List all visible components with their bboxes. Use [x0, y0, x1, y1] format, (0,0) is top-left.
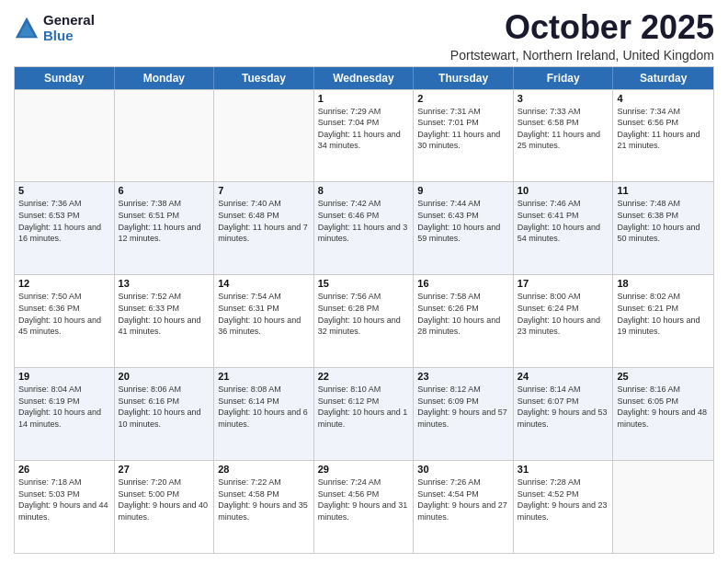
cell-info: Sunrise: 8:08 AM Sunset: 6:14 PM Dayligh…	[218, 384, 310, 430]
cell-info: Sunrise: 7:29 AM Sunset: 7:04 PM Dayligh…	[318, 106, 410, 152]
header-wednesday: Wednesday	[314, 67, 415, 89]
calendar-cell: 30Sunrise: 7:26 AM Sunset: 4:54 PM Dayli…	[414, 461, 514, 553]
cell-info: Sunrise: 7:44 AM Sunset: 6:43 PM Dayligh…	[417, 198, 509, 244]
calendar-cell: 6Sunrise: 7:38 AM Sunset: 6:51 PM Daylig…	[115, 182, 215, 274]
day-number: 2	[417, 93, 509, 104]
calendar-cell: 21Sunrise: 8:08 AM Sunset: 6:14 PM Dayli…	[214, 368, 314, 460]
location: Portstewart, Northern Ireland, United Ki…	[450, 48, 714, 63]
day-number: 9	[417, 185, 509, 196]
day-number: 3	[518, 93, 609, 104]
header-tuesday: Tuesday	[214, 67, 314, 89]
calendar-cell: 25Sunrise: 8:16 AM Sunset: 6:05 PM Dayli…	[613, 368, 713, 460]
calendar-cell: 23Sunrise: 8:12 AM Sunset: 6:09 PM Dayli…	[414, 368, 514, 460]
calendar-cell: 14Sunrise: 7:54 AM Sunset: 6:31 PM Dayli…	[214, 275, 314, 367]
calendar-cell	[214, 90, 314, 182]
calendar-cell	[613, 461, 713, 553]
calendar-cell: 13Sunrise: 7:52 AM Sunset: 6:33 PM Dayli…	[115, 275, 215, 367]
cell-info: Sunrise: 7:31 AM Sunset: 7:01 PM Dayligh…	[417, 106, 509, 152]
calendar-cell: 5Sunrise: 7:36 AM Sunset: 6:53 PM Daylig…	[15, 182, 115, 274]
cell-info: Sunrise: 7:48 AM Sunset: 6:38 PM Dayligh…	[617, 198, 710, 244]
day-number: 12	[18, 278, 110, 289]
calendar-cell	[15, 90, 115, 182]
calendar-cell: 4Sunrise: 7:34 AM Sunset: 6:56 PM Daylig…	[613, 90, 713, 182]
logo-general: General	[43, 13, 95, 29]
cell-info: Sunrise: 7:18 AM Sunset: 5:03 PM Dayligh…	[18, 477, 110, 523]
calendar-cell: 27Sunrise: 7:20 AM Sunset: 5:00 PM Dayli…	[115, 461, 215, 553]
day-number: 28	[218, 464, 310, 475]
cell-info: Sunrise: 7:20 AM Sunset: 5:00 PM Dayligh…	[119, 477, 210, 523]
logo-text: General Blue	[43, 13, 95, 43]
cell-info: Sunrise: 7:52 AM Sunset: 6:33 PM Dayligh…	[119, 291, 210, 337]
day-number: 13	[119, 278, 210, 289]
calendar-cell: 28Sunrise: 7:22 AM Sunset: 4:58 PM Dayli…	[214, 461, 314, 553]
cell-info: Sunrise: 8:06 AM Sunset: 6:16 PM Dayligh…	[119, 384, 210, 430]
calendar-cell: 12Sunrise: 7:50 AM Sunset: 6:36 PM Dayli…	[15, 275, 115, 367]
calendar-cell	[115, 90, 215, 182]
cell-info: Sunrise: 7:50 AM Sunset: 6:36 PM Dayligh…	[18, 291, 110, 337]
day-number: 25	[617, 371, 710, 382]
calendar-cell: 26Sunrise: 7:18 AM Sunset: 5:03 PM Dayli…	[15, 461, 115, 553]
day-number: 15	[318, 278, 410, 289]
calendar-row: 5Sunrise: 7:36 AM Sunset: 6:53 PM Daylig…	[15, 181, 713, 274]
cell-info: Sunrise: 8:16 AM Sunset: 6:05 PM Dayligh…	[617, 384, 710, 430]
calendar-cell: 24Sunrise: 8:14 AM Sunset: 6:07 PM Dayli…	[514, 368, 614, 460]
cell-info: Sunrise: 7:34 AM Sunset: 6:56 PM Dayligh…	[617, 106, 710, 152]
logo: General Blue	[14, 13, 95, 43]
calendar-cell: 7Sunrise: 7:40 AM Sunset: 6:48 PM Daylig…	[214, 182, 314, 274]
calendar-cell: 10Sunrise: 7:46 AM Sunset: 6:41 PM Dayli…	[514, 182, 614, 274]
day-number: 17	[518, 278, 609, 289]
calendar: Sunday Monday Tuesday Wednesday Thursday…	[14, 66, 714, 554]
day-number: 19	[18, 371, 110, 382]
cell-info: Sunrise: 8:14 AM Sunset: 6:07 PM Dayligh…	[518, 384, 609, 430]
day-number: 18	[617, 278, 710, 289]
day-number: 24	[518, 371, 609, 382]
cell-info: Sunrise: 8:02 AM Sunset: 6:21 PM Dayligh…	[617, 291, 710, 337]
cell-info: Sunrise: 7:36 AM Sunset: 6:53 PM Dayligh…	[18, 198, 110, 244]
day-number: 31	[518, 464, 609, 475]
calendar-cell: 11Sunrise: 7:48 AM Sunset: 6:38 PM Dayli…	[613, 182, 713, 274]
day-number: 16	[417, 278, 509, 289]
page: General Blue October 2025 Portstewart, N…	[0, 0, 728, 563]
day-number: 6	[119, 185, 210, 196]
cell-info: Sunrise: 7:54 AM Sunset: 6:31 PM Dayligh…	[218, 291, 310, 337]
day-number: 7	[218, 185, 310, 196]
logo-blue: Blue	[43, 29, 95, 44]
cell-info: Sunrise: 7:28 AM Sunset: 4:52 PM Dayligh…	[518, 477, 609, 523]
day-number: 26	[18, 464, 110, 475]
calendar-cell: 8Sunrise: 7:42 AM Sunset: 6:46 PM Daylig…	[314, 182, 415, 274]
calendar-cell: 18Sunrise: 8:02 AM Sunset: 6:21 PM Dayli…	[613, 275, 713, 367]
day-number: 14	[218, 278, 310, 289]
calendar-row: 1Sunrise: 7:29 AM Sunset: 7:04 PM Daylig…	[15, 89, 713, 182]
day-number: 21	[218, 371, 310, 382]
calendar-cell: 22Sunrise: 8:10 AM Sunset: 6:12 PM Dayli…	[314, 368, 415, 460]
cell-info: Sunrise: 7:40 AM Sunset: 6:48 PM Dayligh…	[218, 198, 310, 244]
header: General Blue October 2025 Portstewart, N…	[14, 9, 714, 63]
calendar-row: 26Sunrise: 7:18 AM Sunset: 5:03 PM Dayli…	[15, 460, 713, 553]
logo-icon	[14, 16, 40, 41]
day-number: 20	[119, 371, 210, 382]
calendar-row: 19Sunrise: 8:04 AM Sunset: 6:19 PM Dayli…	[15, 367, 713, 460]
header-monday: Monday	[115, 67, 215, 89]
cell-info: Sunrise: 7:33 AM Sunset: 6:58 PM Dayligh…	[518, 106, 609, 152]
day-number: 23	[417, 371, 509, 382]
calendar-body: 1Sunrise: 7:29 AM Sunset: 7:04 PM Daylig…	[15, 89, 713, 553]
calendar-cell: 15Sunrise: 7:56 AM Sunset: 6:28 PM Dayli…	[314, 275, 415, 367]
day-number: 27	[119, 464, 210, 475]
calendar-row: 12Sunrise: 7:50 AM Sunset: 6:36 PM Dayli…	[15, 274, 713, 367]
calendar-cell: 3Sunrise: 7:33 AM Sunset: 6:58 PM Daylig…	[514, 90, 614, 182]
calendar-cell: 16Sunrise: 7:58 AM Sunset: 6:26 PM Dayli…	[414, 275, 514, 367]
day-number: 30	[417, 464, 509, 475]
calendar-cell: 29Sunrise: 7:24 AM Sunset: 4:56 PM Dayli…	[314, 461, 415, 553]
calendar-cell: 1Sunrise: 7:29 AM Sunset: 7:04 PM Daylig…	[314, 90, 415, 182]
header-friday: Friday	[514, 67, 614, 89]
day-number: 1	[318, 93, 410, 104]
cell-info: Sunrise: 8:10 AM Sunset: 6:12 PM Dayligh…	[318, 384, 410, 430]
calendar-header: Sunday Monday Tuesday Wednesday Thursday…	[15, 67, 713, 89]
day-number: 4	[617, 93, 710, 104]
cell-info: Sunrise: 7:58 AM Sunset: 6:26 PM Dayligh…	[417, 291, 509, 337]
calendar-cell: 9Sunrise: 7:44 AM Sunset: 6:43 PM Daylig…	[414, 182, 514, 274]
cell-info: Sunrise: 7:24 AM Sunset: 4:56 PM Dayligh…	[318, 477, 410, 523]
header-sunday: Sunday	[15, 67, 115, 89]
cell-info: Sunrise: 8:00 AM Sunset: 6:24 PM Dayligh…	[518, 291, 609, 337]
cell-info: Sunrise: 7:56 AM Sunset: 6:28 PM Dayligh…	[318, 291, 410, 337]
